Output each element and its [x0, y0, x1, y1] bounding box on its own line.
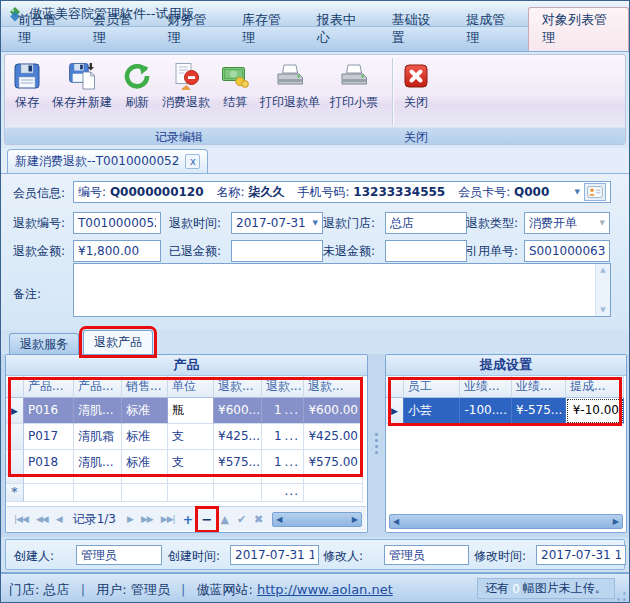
- modifier-field[interactable]: 管理员: [384, 545, 469, 565]
- refund-amount-field[interactable]: ¥1,800.00: [73, 240, 161, 262]
- column-header[interactable]: 业绩...: [512, 376, 566, 398]
- cell-refund-amount[interactable]: ¥600.00: [304, 398, 363, 424]
- column-header[interactable]: 退款...: [262, 376, 304, 398]
- cell-refund-amount[interactable]: ¥575.00: [304, 450, 363, 476]
- save-button[interactable]: 保存: [7, 58, 47, 113]
- tab-close-icon[interactable]: x: [185, 154, 200, 169]
- cell-refund-price[interactable]: ¥575....: [214, 450, 262, 476]
- table-row[interactable]: ▶ 小芸 -100.... ¥-575... ¥-10.00: [386, 398, 626, 424]
- cell-refund-price[interactable]: ¥425....: [214, 424, 262, 450]
- ellipsis-button[interactable]: ...: [285, 403, 299, 417]
- horizontal-scrollbar[interactable]: ◀ ▶: [389, 514, 623, 529]
- nav-next-page-button[interactable]: ▶▶: [138, 512, 156, 526]
- table-row[interactable]: P018 清肌... 标准 支 ¥575.... 1... ¥575.00: [6, 450, 367, 476]
- scroll-down-icon[interactable]: ▼: [600, 306, 605, 314]
- save-and-new-button[interactable]: 保存并新建: [47, 58, 117, 113]
- cell-product-code[interactable]: P018: [24, 450, 74, 476]
- menu-item-object-list[interactable]: 对象列表管理: [528, 7, 629, 51]
- column-header[interactable]: 产品...: [24, 376, 74, 398]
- refresh-button[interactable]: 刷新: [117, 58, 157, 113]
- remark-scrollbar[interactable]: ▲ ▼: [595, 264, 610, 316]
- chevron-down-icon[interactable]: ▼: [572, 188, 580, 196]
- scroll-left-icon[interactable]: ◀: [393, 517, 399, 526]
- cell-refund-amount[interactable]: ¥425.00: [304, 424, 363, 450]
- cell-product-name[interactable]: 清肌...: [74, 450, 122, 476]
- close-form-button[interactable]: 关闭: [396, 58, 436, 113]
- settle-button[interactable]: 结算: [215, 58, 255, 113]
- column-header[interactable]: 提成...: [566, 376, 624, 398]
- cell-refund-qty[interactable]: 1...: [262, 424, 304, 450]
- modify-time-field[interactable]: 2017-07-31 14: [536, 545, 626, 565]
- refund-type-field[interactable]: 消费开单 ▼: [524, 212, 610, 234]
- print-refund-slip-button[interactable]: 打印退款单: [255, 58, 325, 113]
- nav-prev-button[interactable]: ◀: [53, 512, 65, 526]
- nav-add-button[interactable]: +: [180, 510, 197, 529]
- refund-time-field[interactable]: 2017-07-31 ▼: [231, 212, 323, 234]
- scroll-right-icon[interactable]: ▶: [613, 517, 619, 526]
- member-card-button[interactable]: [584, 183, 606, 201]
- cell-performance-amount[interactable]: ¥-575...: [512, 398, 566, 424]
- cell-product-name[interactable]: 清肌...: [74, 398, 122, 424]
- cell-sales-type[interactable]: 标准: [122, 398, 168, 424]
- print-receipt-button[interactable]: 打印小票: [325, 58, 383, 113]
- horizontal-scrollbar[interactable]: ◀ ▶: [272, 512, 362, 527]
- chevron-down-icon[interactable]: ▼: [597, 219, 605, 227]
- website-link[interactable]: http://www.aolan.net: [257, 582, 393, 597]
- column-header[interactable]: 退款...: [304, 376, 363, 398]
- cell-employee[interactable]: 小芸: [404, 398, 460, 424]
- nav-post-button[interactable]: ✔: [234, 511, 249, 528]
- nav-next-button[interactable]: ▶: [124, 512, 136, 526]
- cell-product-name[interactable]: 清肌霜: [74, 424, 122, 450]
- menu-item-members[interactable]: 会员管理: [80, 8, 155, 51]
- ref-order-no-field[interactable]: S0010000632: [524, 240, 610, 262]
- menu-item-commission[interactable]: 提成管理: [453, 8, 528, 51]
- remark-textarea[interactable]: ▲ ▼: [73, 263, 611, 317]
- nav-last-button[interactable]: ▶▶|: [158, 512, 178, 526]
- unrefunded-amount-field[interactable]: [385, 240, 467, 262]
- ellipsis-button[interactable]: ...: [285, 455, 299, 469]
- cell-refund-price[interactable]: ¥600....: [214, 398, 262, 424]
- cell-refund-qty[interactable]: 1...: [262, 450, 304, 476]
- resize-grip[interactable]: [617, 592, 626, 601]
- nav-edit-button[interactable]: ▲: [217, 511, 231, 528]
- cell-unit[interactable]: 瓶: [168, 398, 214, 424]
- chevron-down-icon[interactable]: ▼: [310, 219, 318, 227]
- ellipsis-button[interactable]: ...: [285, 484, 299, 498]
- column-header[interactable]: 员工: [404, 376, 460, 398]
- table-row[interactable]: ▶ P016 清肌... 标准 瓶 ¥600.... 1... ¥600.00: [6, 398, 367, 424]
- nav-first-button[interactable]: |◀◀: [11, 512, 31, 526]
- menu-item-reports[interactable]: 报表中心: [304, 8, 379, 51]
- tab-refund-products[interactable]: 退款产品: [83, 330, 153, 354]
- scroll-right-icon[interactable]: ▶: [352, 515, 358, 524]
- new-row[interactable]: * ...: [6, 484, 367, 502]
- tab-refund-services[interactable]: 退款服务: [9, 333, 79, 354]
- table-row[interactable]: P017 清肌霜 标准 支 ¥425.... 1... ¥425.00: [6, 424, 367, 450]
- panel-splitter[interactable]: [370, 354, 383, 533]
- consume-refund-button[interactable]: 消费退款: [157, 58, 215, 113]
- column-header[interactable]: 销售...: [122, 376, 168, 398]
- ellipsis-button[interactable]: ...: [285, 429, 299, 443]
- creator-field[interactable]: 管理员: [76, 545, 162, 565]
- scroll-up-icon[interactable]: ▲: [600, 266, 605, 274]
- refunded-amount-field[interactable]: [231, 240, 323, 262]
- cell-product-code[interactable]: P017: [24, 424, 74, 450]
- cell-unit[interactable]: 支: [168, 424, 214, 450]
- create-time-field[interactable]: 2017-07-31 14: [230, 545, 319, 565]
- cell-commission-amount[interactable]: ¥-10.00: [566, 398, 624, 424]
- scroll-left-icon[interactable]: ◀: [276, 515, 282, 524]
- refund-no-field[interactable]: T0010000052: [73, 212, 161, 234]
- column-header[interactable]: 产品...: [74, 376, 122, 398]
- member-info-field[interactable]: 编号: Q0000000120 名称: 柒久久 手机号码: 1323333455…: [73, 181, 611, 203]
- refund-store-field[interactable]: 总店: [385, 212, 467, 234]
- cell-unit[interactable]: 支: [168, 450, 214, 476]
- menu-item-inventory[interactable]: 库存管理: [229, 8, 304, 51]
- nav-cancel-button[interactable]: ✖: [251, 511, 266, 528]
- column-header[interactable]: 业绩...: [460, 376, 512, 398]
- cell-sales-type[interactable]: 标准: [122, 450, 168, 476]
- document-tab[interactable]: 新建消费退款--T0010000052 x: [7, 149, 208, 173]
- menu-item-settings[interactable]: 基础设置: [379, 8, 454, 51]
- cell-performance-rate[interactable]: -100....: [460, 398, 512, 424]
- column-header[interactable]: 退款...: [214, 376, 262, 398]
- cell-refund-qty[interactable]: 1...: [262, 398, 304, 424]
- menu-item-finance[interactable]: 财务管理: [154, 8, 229, 51]
